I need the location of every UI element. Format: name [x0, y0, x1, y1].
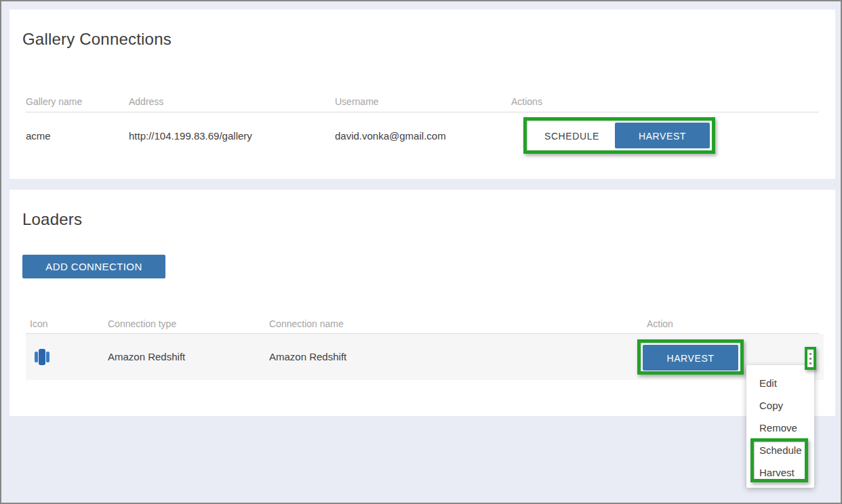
column-header-gallery-name: Gallery name	[26, 96, 82, 107]
kebab-menu-icon	[809, 353, 811, 364]
table-row: Amazon Redshift Amazon Redshift HARVEST	[26, 334, 824, 380]
column-header-connection-type: Connection type	[108, 318, 176, 329]
connection-name-cell: Amazon Redshift	[269, 351, 346, 362]
schedule-button[interactable]: SCHEDULE	[529, 123, 615, 148]
gallery-connections-title: Gallery Connections	[22, 30, 172, 49]
menu-item-copy[interactable]: Copy	[746, 394, 814, 417]
add-connection-button[interactable]: ADD CONNECTION	[22, 255, 165, 278]
amazon-redshift-icon	[34, 348, 50, 366]
highlight-box-loader-harvest: HARVEST	[637, 339, 744, 375]
connection-type-cell: Amazon Redshift	[108, 351, 185, 362]
column-header-icon: Icon	[30, 318, 47, 329]
username-cell: david.vonka@gmail.com	[335, 130, 446, 142]
column-header-action: Action	[647, 318, 673, 329]
gallery-name-cell: acme	[26, 130, 51, 142]
column-header-address: Address	[129, 96, 163, 107]
table-header-divider	[26, 112, 819, 112]
page: Gallery Connections Gallery name Address…	[0, 0, 842, 504]
kebab-menu-button[interactable]	[807, 350, 814, 367]
loaders-title: Loaders	[22, 210, 82, 229]
highlight-box-kebab-menu	[805, 347, 816, 370]
gallery-connections-panel: Gallery Connections Gallery name Address…	[9, 9, 835, 179]
loaders-panel: Loaders ADD CONNECTION Icon Connection t…	[9, 190, 835, 416]
column-header-actions: Actions	[511, 96, 542, 107]
context-menu: Edit Copy Remove Schedule Harvest	[746, 365, 814, 488]
loader-harvest-button[interactable]: HARVEST	[643, 345, 738, 371]
menu-item-edit[interactable]: Edit	[746, 372, 814, 394]
menu-item-schedule[interactable]: Schedule	[746, 439, 814, 461]
highlight-box-gallery-actions: SCHEDULE HARVEST	[523, 117, 715, 154]
column-header-connection-name: Connection name	[269, 318, 344, 329]
menu-item-harvest[interactable]: Harvest	[746, 461, 814, 484]
harvest-button[interactable]: HARVEST	[615, 123, 710, 148]
address-cell: http://104.199.83.69/gallery	[129, 130, 252, 142]
menu-item-remove[interactable]: Remove	[746, 417, 814, 439]
column-header-username: Username	[335, 96, 379, 107]
